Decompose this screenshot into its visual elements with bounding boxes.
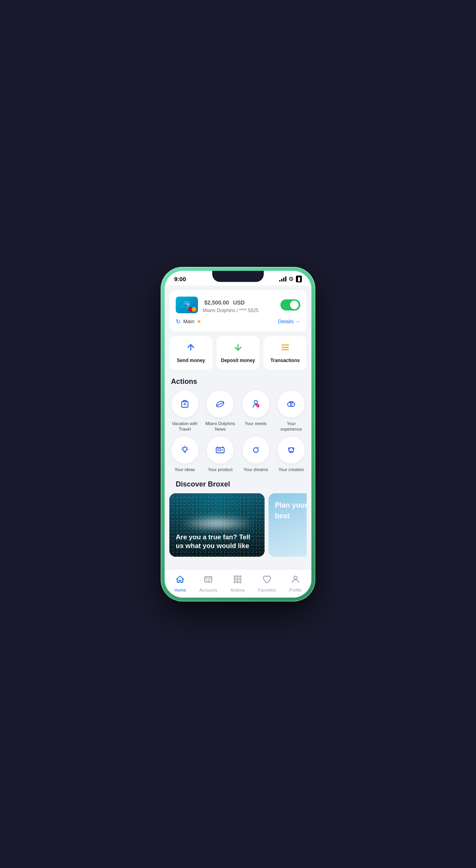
svg-point-21 <box>259 448 259 448</box>
nav-profile[interactable]: Profile <box>284 571 306 596</box>
action-product[interactable]: Your product <box>205 437 236 472</box>
card-footer: ↻ Main ★ Details → <box>176 318 300 325</box>
phone-frame: 9:00 ⊙ ▮ 🐬 <box>161 267 315 602</box>
actions-nav-icon <box>233 575 242 586</box>
discover-card-fans[interactable]: Are you a true fan? Tell us what you wou… <box>169 493 265 557</box>
dolphins-label: Miami Dolphins News <box>205 421 236 432</box>
svg-rect-16 <box>218 449 221 451</box>
transactions-icon <box>280 343 290 354</box>
favorites-label: Favorites <box>258 588 276 592</box>
svg-rect-7 <box>288 402 295 406</box>
ideas-circle <box>171 437 198 464</box>
svg-point-30 <box>240 576 241 577</box>
discover-card-travel[interactable]: Plan your trip best <box>269 493 307 557</box>
nav-accounts[interactable]: Accounts <box>194 571 222 596</box>
svg-point-5 <box>254 400 257 404</box>
creation-circle <box>278 437 305 464</box>
needs-label: Your needs <box>245 421 267 426</box>
balance-amount: $2,500.00 USD <box>203 297 276 307</box>
profile-icon <box>291 575 300 586</box>
action-dolphins[interactable]: Miami Dolphins News <box>205 391 236 432</box>
action-experience[interactable]: Your experience <box>276 391 307 432</box>
svg-line-13 <box>186 447 187 448</box>
deposit-money-button[interactable]: Deposit money <box>217 336 260 370</box>
phone-screen: 9:00 ⊙ ▮ 🐬 <box>165 271 311 598</box>
svg-line-12 <box>182 447 183 448</box>
account-card: 🐬 $2,500.00 USD Miami Dolphins / **** 56… <box>169 290 307 331</box>
profile-label: Profile <box>289 588 301 592</box>
svg-point-32 <box>237 579 238 580</box>
actions-title: Actions <box>165 374 311 391</box>
currency-label: USD <box>233 299 245 306</box>
fans-headline: Are you a true fan? Tell us what you wou… <box>176 533 258 550</box>
ideas-label: Your ideas <box>175 467 195 472</box>
actions-section: Actions Vacation with Travel <box>165 374 311 477</box>
action-creation[interactable]: Your creation <box>276 437 307 472</box>
svg-rect-15 <box>216 448 224 453</box>
details-link[interactable]: Details → <box>278 318 300 324</box>
toggle-knob <box>290 301 299 309</box>
nav-home[interactable]: Home <box>170 571 191 596</box>
svg-point-31 <box>234 579 236 580</box>
discover-title: Discover Broxel <box>169 477 307 493</box>
svg-point-36 <box>240 581 241 583</box>
svg-point-34 <box>234 581 236 583</box>
wifi-icon: ⊙ <box>289 276 294 282</box>
action-needs[interactable]: Your needs <box>240 391 271 432</box>
actions-grid: Vacation with Travel Miami Dolphins News <box>165 391 311 477</box>
star-icon: ★ <box>197 318 202 324</box>
bottom-nav: Home Accounts <box>165 569 311 598</box>
account-toggle[interactable] <box>280 299 300 310</box>
svg-point-25 <box>206 580 207 581</box>
amount-value: $2,500.00 <box>204 299 229 306</box>
experience-circle <box>278 391 305 418</box>
nav-actions[interactable]: Actions <box>226 571 250 596</box>
battery-icon: ▮ <box>296 276 302 282</box>
card-icon: 🐬 <box>176 297 198 313</box>
svg-point-29 <box>237 576 238 577</box>
creation-label: Your creation <box>278 467 304 472</box>
card-top: 🐬 $2,500.00 USD Miami Dolphins / **** 56… <box>176 297 300 313</box>
dreams-label: Your dreams <box>244 467 268 472</box>
discover-card-fans-text: Are you a true fan? Tell us what you wou… <box>169 527 265 557</box>
svg-point-8 <box>290 403 292 405</box>
product-label: Your product <box>208 467 232 472</box>
vacation-label: Vacation with Travel <box>169 421 200 432</box>
nav-favorites[interactable]: Favorites <box>253 571 280 596</box>
refresh-icon[interactable]: ↻ <box>176 318 181 325</box>
action-ideas[interactable]: Your ideas <box>169 437 200 472</box>
action-dreams[interactable]: Your dreams <box>240 437 271 472</box>
home-label: Home <box>175 588 186 592</box>
discover-scroll[interactable]: Are you a true fan? Tell us what you wou… <box>169 493 307 557</box>
mastercard-icon <box>188 307 196 312</box>
card-label: ↻ Main ★ <box>176 318 202 325</box>
discover-section: Discover Broxel Are you a true fan? Tell… <box>165 477 311 561</box>
deposit-icon <box>233 343 243 354</box>
experience-label: Your experience <box>276 421 307 432</box>
signal-icon <box>279 276 286 282</box>
actions-nav-label: Actions <box>230 588 245 592</box>
svg-point-17 <box>222 449 223 450</box>
product-circle <box>207 437 234 464</box>
notch <box>212 271 264 282</box>
transactions-button[interactable]: Transactions <box>263 336 307 370</box>
vacation-circle <box>171 391 198 418</box>
travel-headline: Plan your trip best <box>275 500 307 521</box>
main-label: Main <box>183 318 194 324</box>
status-icons: ⊙ ▮ <box>279 276 302 282</box>
card-name: Miami Dolphins / **** 5625 <box>203 308 276 313</box>
balance-info: $2,500.00 USD Miami Dolphins / **** 5625 <box>203 297 276 313</box>
send-money-button[interactable]: Send money <box>169 336 213 370</box>
transactions-label: Transactions <box>271 358 300 363</box>
quick-actions: Send money Deposit money <box>169 336 307 370</box>
svg-point-35 <box>237 581 238 583</box>
svg-point-9 <box>183 447 187 451</box>
svg-point-28 <box>234 576 236 577</box>
scroll-content[interactable]: 🐬 $2,500.00 USD Miami Dolphins / **** 56… <box>165 286 311 590</box>
svg-point-22 <box>289 448 294 452</box>
home-icon <box>175 575 185 586</box>
action-vacation[interactable]: Vacation with Travel <box>169 391 200 432</box>
accounts-label: Accounts <box>199 588 217 592</box>
deposit-money-label: Deposit money <box>221 358 255 363</box>
send-money-label: Send money <box>177 358 205 363</box>
